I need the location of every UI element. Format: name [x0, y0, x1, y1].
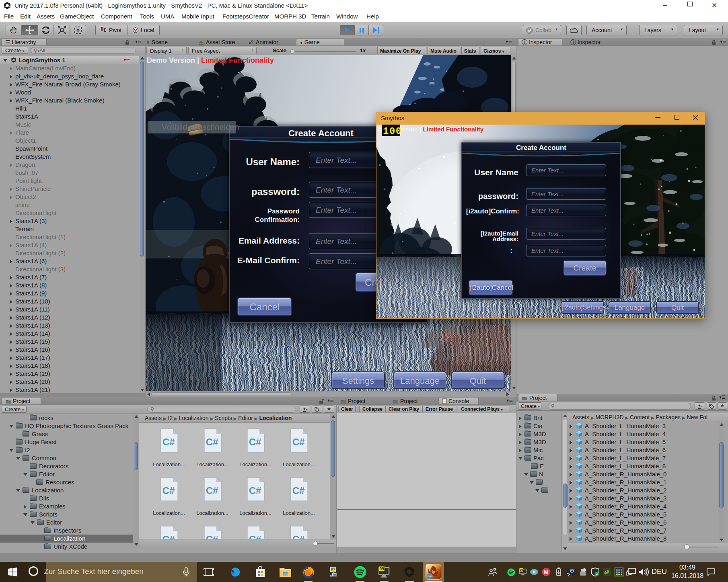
svg-text:C#: C# [206, 436, 218, 447]
svg-text:C#: C# [292, 485, 305, 496]
svg-text:99: 99 [379, 567, 384, 571]
svg-text:C#: C# [162, 436, 175, 447]
svg-text:C#: C# [249, 485, 261, 496]
svg-text:aon: aon [428, 575, 432, 578]
svg-text:M: M [544, 569, 549, 575]
svg-text:C#: C# [249, 436, 261, 447]
svg-text:C#: C# [206, 534, 218, 539]
svg-text:C#: C# [206, 485, 218, 496]
svg-text:C#: C# [249, 534, 261, 539]
svg-text:C#: C# [162, 485, 175, 496]
svg-text:C#: C# [292, 534, 305, 539]
svg-text:C#: C# [292, 436, 305, 447]
svg-text:C#: C# [162, 534, 175, 539]
svg-text:99: 99 [520, 569, 523, 572]
